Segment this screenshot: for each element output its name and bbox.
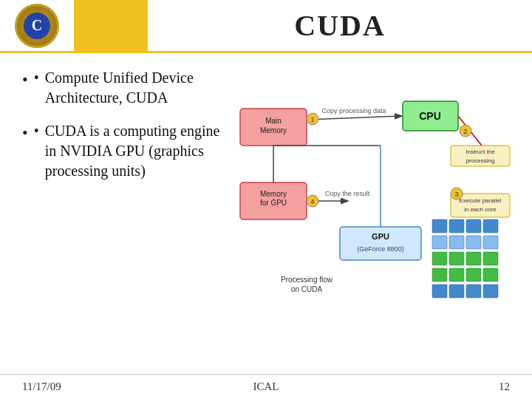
svg-text:processing: processing <box>466 157 495 164</box>
svg-text:Memory: Memory <box>260 190 287 198</box>
svg-text:CPU: CPU <box>419 110 441 122</box>
svg-rect-44 <box>483 284 498 298</box>
svg-rect-35 <box>466 252 481 265</box>
svg-rect-33 <box>432 252 447 265</box>
svg-text:Copy the result: Copy the result <box>325 190 370 197</box>
svg-rect-27 <box>466 219 481 233</box>
svg-rect-29 <box>432 236 447 249</box>
bullet-item-1: • Compute Unified Device Architecture, C… <box>22 68 222 108</box>
bullet-dot-1: • <box>34 68 39 88</box>
svg-text:Main: Main <box>265 117 282 125</box>
text-panel: • Compute Unified Device Architecture, C… <box>22 68 229 356</box>
svg-text:3: 3 <box>454 191 458 198</box>
svg-text:for GPU: for GPU <box>260 199 287 207</box>
bullet-dot-2: • <box>34 121 39 141</box>
svg-rect-42 <box>449 284 464 298</box>
slide-title: CUDA <box>294 8 386 43</box>
diagram-panel: Main Memory CPU 1 Copy processing data 2… <box>229 68 517 356</box>
svg-rect-37 <box>432 268 447 282</box>
svg-rect-34 <box>449 252 464 265</box>
svg-text:on CUDA: on CUDA <box>291 285 323 293</box>
svg-line-5 <box>307 116 401 120</box>
svg-text:Copy processing data: Copy processing data <box>321 107 386 115</box>
svg-rect-36 <box>483 252 498 265</box>
svg-text:1: 1 <box>310 116 314 123</box>
svg-text:in each core: in each core <box>464 206 497 213</box>
yellow-accent-bar <box>74 0 148 52</box>
svg-rect-26 <box>449 219 464 233</box>
footer-center: ICAL <box>185 381 347 393</box>
main-content: • Compute Unified Device Architecture, C… <box>0 53 532 364</box>
svg-text:Processing flow: Processing flow <box>281 276 333 284</box>
bullet-list: • Compute Unified Device Architecture, C… <box>22 68 222 181</box>
svg-rect-25 <box>432 219 447 233</box>
svg-text:2: 2 <box>463 128 467 135</box>
university-logo: C <box>15 4 59 48</box>
svg-text:GPU: GPU <box>372 232 389 241</box>
slide-header: C CUDA <box>0 0 532 53</box>
svg-rect-41 <box>432 284 447 298</box>
footer-date: 11/17/09 <box>22 381 185 393</box>
svg-text:(GeForce 8800): (GeForce 8800) <box>357 245 404 253</box>
cuda-diagram-svg: Main Memory CPU 1 Copy processing data 2… <box>233 86 514 338</box>
svg-rect-39 <box>466 268 481 282</box>
logo-area: C <box>0 4 74 48</box>
svg-rect-40 <box>483 268 498 282</box>
svg-rect-30 <box>449 236 464 249</box>
footer-page: 12 <box>347 381 510 393</box>
svg-rect-43 <box>466 284 481 298</box>
svg-rect-31 <box>466 236 481 249</box>
bullet-text-2: CUDA is a computing engine in NVIDIA GPU… <box>45 121 222 181</box>
title-area: CUDA <box>148 8 532 43</box>
svg-text:Execute parallel: Execute parallel <box>460 197 502 204</box>
slide-footer: 11/17/09 ICAL 12 <box>0 374 532 399</box>
svg-text:4: 4 <box>310 198 314 205</box>
svg-rect-32 <box>483 236 498 249</box>
svg-rect-28 <box>483 219 498 233</box>
svg-text:Memory: Memory <box>260 126 287 134</box>
bullet-text-1: Compute Unified Device Architecture, CUD… <box>45 68 222 108</box>
svg-rect-38 <box>449 268 464 282</box>
svg-text:Instruct the: Instruct the <box>466 149 495 155</box>
bullet-item-2: • CUDA is a computing engine in NVIDIA G… <box>22 121 222 181</box>
